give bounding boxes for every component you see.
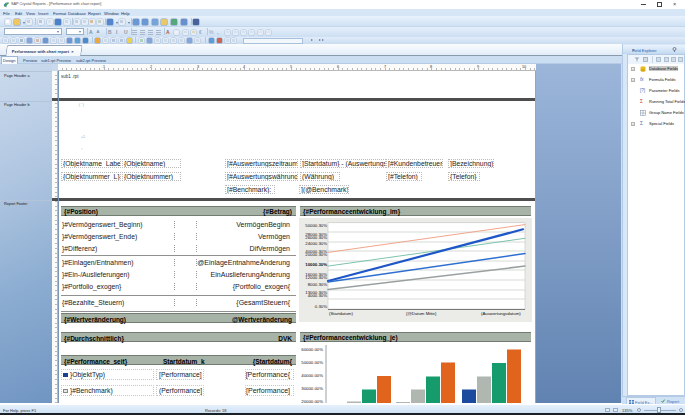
svg-text:{@Datum Mitte}: {@Datum Mitte} <box>406 311 437 316</box>
svg-text:60000.00%: 60000.00% <box>301 347 323 352</box>
svg-text:24000.30%: 24000.30% <box>305 241 327 246</box>
svg-text:(Auswertungsdatum): (Auswertungsdatum) <box>481 311 521 316</box>
svg-text:26000.30%: 26000.30% <box>305 235 327 240</box>
svg-text:0.30%: 0.30% <box>315 304 327 309</box>
svg-text:30000.00%: 30000.00% <box>301 386 323 391</box>
svg-text:12000.30%: 12000.30% <box>305 275 327 280</box>
svg-text:(Startdatum): (Startdatum) <box>329 311 353 316</box>
svg-text:50000.30%: 50000.30% <box>305 223 327 228</box>
svg-text:10000.30%: 10000.30% <box>305 262 327 267</box>
svg-text:20000.30%: 20000.30% <box>305 252 327 257</box>
svg-text:40000.00%: 40000.00% <box>301 373 323 378</box>
svg-text:50000.00%: 50000.00% <box>301 360 323 365</box>
svg-text:8000.30%: 8000.30% <box>308 282 328 287</box>
svg-text:4000.30%: 4000.30% <box>308 293 328 298</box>
svg-text:20000.00%: 20000.00% <box>301 399 323 403</box>
